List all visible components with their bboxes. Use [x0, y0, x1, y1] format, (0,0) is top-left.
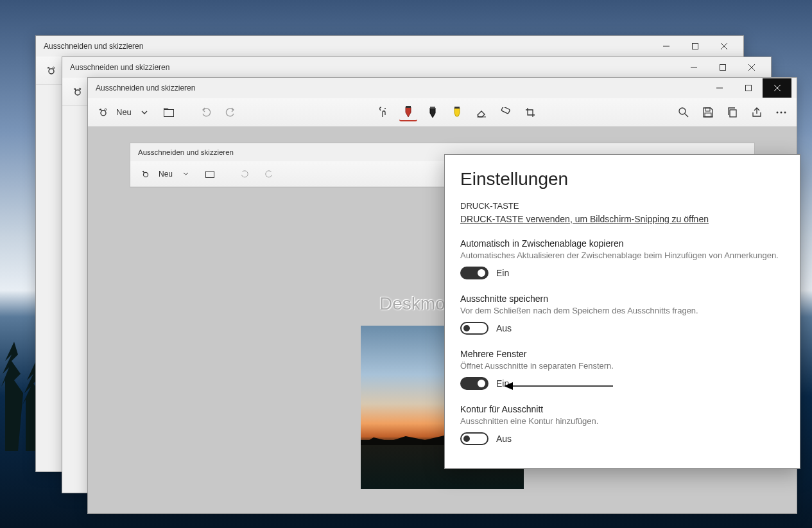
new-snip-icon — [137, 165, 155, 183]
window-title: Ausschneiden und skizzieren — [93, 84, 705, 92]
save-snips-toggle[interactable] — [460, 322, 488, 335]
main-toolbar: Neu — [88, 98, 797, 127]
svg-rect-30 — [705, 108, 710, 111]
clipboard-desc: Automatisches Aktualisieren der Zwischen… — [460, 251, 784, 260]
ballpoint-pen-icon[interactable] — [399, 103, 417, 121]
save-snips-desc: Vor dem Schließen nach dem Speichern des… — [460, 306, 784, 315]
save-snips-state: Aus — [496, 323, 512, 333]
clipboard-title: Automatisch in Zwischenablage kopieren — [460, 238, 784, 249]
minimize-button[interactable] — [652, 37, 680, 56]
svg-point-20 — [105, 109, 107, 110]
multi-window-state: Ein — [496, 378, 509, 389]
svg-point-8 — [53, 67, 55, 69]
eraser-icon[interactable] — [472, 103, 490, 121]
print-key-link[interactable]: DRUCK-TASTE verwenden, um Bildschirm-Sni… — [460, 214, 709, 224]
inner-new-label: Neu — [156, 170, 175, 179]
titlebar: Ausschneiden und skizzieren — [62, 57, 771, 78]
maximize-button[interactable] — [680, 37, 709, 56]
svg-line-29 — [685, 114, 688, 117]
svg-point-14 — [79, 88, 81, 90]
close-button[interactable] — [709, 37, 738, 56]
highlighter-icon[interactable] — [448, 103, 466, 121]
svg-rect-25 — [454, 107, 460, 109]
undo-icon — [236, 165, 254, 183]
svg-point-34 — [781, 111, 782, 113]
share-icon[interactable] — [748, 103, 766, 121]
ruler-icon[interactable] — [497, 103, 515, 121]
clipboard-toggle[interactable] — [460, 267, 488, 279]
svg-rect-16 — [745, 85, 751, 91]
crop-icon[interactable] — [521, 103, 539, 121]
settings-panel: Einstellungen DRUCK-TASTE DRUCK-TASTE ve… — [444, 154, 800, 469]
svg-rect-37 — [206, 172, 214, 178]
open-file-icon[interactable] — [160, 103, 178, 121]
pencil-icon[interactable] — [424, 103, 442, 121]
titlebar: Ausschneiden und skizzieren — [36, 36, 743, 57]
redo-icon[interactable] — [221, 103, 239, 121]
maximize-button[interactable] — [708, 58, 737, 77]
multi-window-desc: Öffnet Ausschnitte in separaten Fenstern… — [460, 361, 784, 371]
svg-rect-27 — [501, 107, 510, 114]
svg-rect-32 — [730, 110, 736, 117]
outline-title: Kontur für Ausschnitt — [460, 404, 784, 414]
svg-point-19 — [101, 110, 106, 116]
multi-window-toggle[interactable] — [460, 377, 488, 390]
svg-rect-21 — [164, 109, 173, 116]
window-title: Ausschneiden und skizzieren — [41, 42, 652, 51]
svg-point-36 — [143, 172, 148, 177]
new-button-label[interactable]: Neu — [114, 107, 134, 117]
svg-point-13 — [75, 90, 80, 95]
minimize-button[interactable] — [705, 78, 734, 98]
zoom-icon[interactable] — [675, 103, 693, 121]
svg-rect-4 — [692, 44, 698, 49]
new-snip-icon[interactable] — [69, 83, 87, 101]
save-snips-title: Ausschnitte speichern — [460, 294, 784, 304]
print-key-caption: DRUCK-TASTE — [460, 201, 784, 211]
open-file-icon — [201, 165, 219, 183]
settings-heading: Einstellungen — [460, 169, 784, 189]
svg-rect-31 — [705, 113, 711, 117]
touch-writing-icon[interactable] — [375, 103, 393, 121]
close-button[interactable] — [763, 78, 791, 98]
save-icon[interactable] — [699, 103, 717, 121]
new-snip-icon[interactable] — [42, 62, 60, 80]
titlebar: Ausschneiden und skizzieren — [88, 78, 797, 98]
copy-icon[interactable] — [723, 103, 741, 121]
minimize-button[interactable] — [679, 58, 708, 77]
outline-desc: Ausschnitten eine Kontur hinzufügen. — [460, 416, 784, 426]
svg-rect-23 — [406, 106, 411, 108]
outline-toggle[interactable] — [460, 432, 488, 445]
svg-point-28 — [679, 108, 686, 114]
svg-rect-24 — [430, 107, 435, 109]
redo-icon — [260, 165, 278, 183]
new-snip-icon[interactable] — [94, 103, 112, 121]
svg-rect-10 — [720, 65, 725, 71]
svg-marker-0 — [1, 342, 23, 451]
close-button[interactable] — [737, 58, 766, 77]
svg-point-7 — [49, 69, 54, 74]
undo-icon[interactable] — [197, 103, 215, 121]
svg-point-35 — [784, 111, 786, 113]
svg-point-22 — [384, 108, 386, 109]
chevron-down-icon[interactable] — [135, 103, 153, 121]
multi-window-title: Mehrere Fenster — [460, 349, 784, 359]
window-title: Ausschneiden und skizzieren — [67, 63, 679, 72]
maximize-button[interactable] — [734, 78, 763, 98]
clipboard-state: Ein — [496, 268, 509, 278]
chevron-down-icon — [177, 165, 194, 183]
outline-state: Aus — [496, 434, 512, 444]
svg-point-33 — [777, 111, 779, 113]
more-icon[interactable] — [772, 103, 790, 121]
